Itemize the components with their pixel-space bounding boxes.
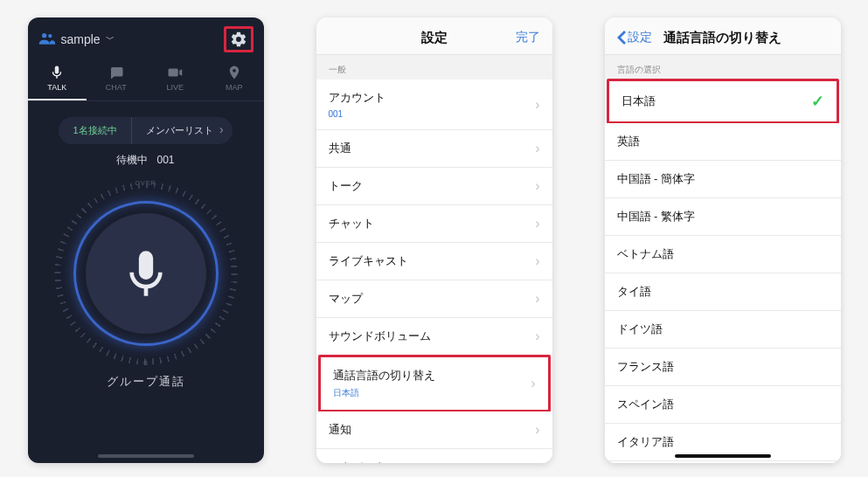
tab-label: TALK	[47, 83, 66, 92]
settings-row[interactable]: 通話言語の切り替え日本語›	[318, 355, 551, 412]
settings-list[interactable]: 一般アカウント001›共通›トーク›チャット›ライブキャスト›マップ›サウンドボ…	[316, 55, 552, 463]
language-row[interactable]: ポルトガル語	[605, 461, 841, 463]
mic-icon	[122, 249, 170, 298]
language-row[interactable]: 中国語 - 簡体字	[605, 161, 841, 198]
connected-count: 1名接続中	[59, 117, 130, 144]
row-label: サウンドボリューム	[329, 328, 431, 344]
language-row[interactable]: 英語	[605, 123, 841, 161]
section-header-language: 言語の選択	[605, 55, 841, 80]
header: sample ﹀	[28, 17, 264, 59]
language-label: スペイン語	[617, 397, 674, 412]
status-id: 001	[156, 154, 174, 166]
language-label: ベトナム語	[617, 246, 674, 262]
language-label: タイ語	[617, 284, 651, 300]
settings-row[interactable]: トーク›	[316, 168, 552, 205]
chevron-right-icon: ›	[535, 97, 539, 113]
gear-icon[interactable]	[230, 31, 247, 48]
nav-bar: 設定 通話言語の切り替え	[605, 17, 841, 55]
settings-row[interactable]: 共通›	[316, 130, 552, 168]
chevron-right-icon: ›	[535, 253, 539, 269]
ptt-button[interactable]	[86, 213, 206, 334]
settings-row[interactable]: メタデータ›	[316, 449, 552, 463]
settings-row[interactable]: 通知›	[316, 411, 552, 449]
tab-talk[interactable]: TALK	[28, 59, 87, 100]
chevron-right-icon: ›	[535, 216, 539, 232]
screen-settings: 設定 完了 一般アカウント001›共通›トーク›チャット›ライブキャスト›マップ…	[316, 17, 552, 463]
row-label: トーク	[329, 178, 363, 194]
ptt-dial: OVER 0	[54, 182, 238, 365]
row-sublabel: 001	[329, 109, 385, 119]
chevron-right-icon: ›	[535, 291, 539, 307]
language-row[interactable]: ベトナム語	[605, 236, 841, 273]
chevron-right-icon: ›	[535, 141, 539, 156]
row-label: ライブキャスト	[329, 253, 408, 269]
settings-row[interactable]: チャット›	[316, 205, 552, 243]
nav-bar: 設定 完了	[316, 17, 552, 55]
language-label: イタリア語	[617, 434, 674, 450]
row-label: チャット	[329, 216, 374, 232]
tab-bar: TALK CHAT LIVE MAP	[28, 59, 264, 101]
settings-row[interactable]: ライブキャスト›	[316, 243, 552, 280]
back-label: 設定	[628, 30, 652, 45]
group-call-label: グループ通話	[28, 374, 264, 390]
tab-chat[interactable]: CHAT	[87, 59, 146, 100]
language-row[interactable]: 日本語✓	[607, 79, 839, 124]
done-button[interactable]: 完了	[516, 30, 540, 45]
mic-icon	[47, 65, 66, 80]
chat-icon	[107, 65, 126, 80]
tab-live[interactable]: LIVE	[146, 59, 205, 100]
section-header-general: 一般	[316, 55, 552, 80]
language-label: ドイツ語	[617, 321, 663, 337]
tab-label: MAP	[226, 83, 243, 92]
status-label: 待機中	[116, 154, 148, 166]
user-dropdown[interactable]: sample ﹀	[38, 32, 115, 47]
language-label: 英語	[617, 134, 640, 149]
svg-point-0	[42, 33, 46, 38]
chevron-right-icon: ›	[535, 328, 539, 344]
screen-language: 設定 通話言語の切り替え 言語の選択日本語✓英語中国語 - 簡体字中国語 - 繁…	[605, 17, 841, 463]
settings-row[interactable]: アカウント001›	[316, 80, 552, 130]
language-row[interactable]: スペイン語	[605, 386, 841, 424]
member-list-button[interactable]: メンバーリスト	[131, 117, 233, 144]
row-label: 通話言語の切り替え	[333, 368, 435, 384]
language-row[interactable]: 中国語 - 繁体字	[605, 198, 841, 236]
chevron-right-icon: ›	[531, 376, 535, 391]
language-label: 中国語 - 簡体字	[617, 171, 696, 187]
chevron-down-icon: ﹀	[106, 33, 115, 45]
language-row[interactable]: フランス語	[605, 349, 841, 386]
chevron-right-icon: ›	[535, 178, 539, 194]
row-label: 通知	[329, 422, 351, 438]
pin-icon	[225, 65, 244, 80]
row-label: アカウント	[329, 90, 385, 106]
language-label: 中国語 - 繁体字	[617, 209, 696, 225]
svg-point-1	[48, 33, 52, 37]
tab-label: LIVE	[166, 83, 184, 92]
chevron-right-icon: ›	[535, 460, 539, 463]
language-label: 日本語	[621, 93, 656, 109]
status-pill: 1名接続中 メンバーリスト	[28, 117, 264, 144]
video-icon	[165, 65, 184, 80]
tab-map[interactable]: MAP	[205, 59, 264, 100]
people-icon	[38, 32, 56, 47]
status-line: 待機中001	[28, 153, 264, 168]
settings-button-highlight	[224, 26, 253, 52]
dial-zero-label: 0	[143, 359, 147, 367]
home-indicator	[98, 454, 194, 458]
username-label: sample	[61, 32, 101, 46]
language-list[interactable]: 言語の選択日本語✓英語中国語 - 簡体字中国語 - 繁体字ベトナム語タイ語ドイツ…	[605, 55, 841, 463]
row-sublabel: 日本語	[333, 387, 435, 399]
row-label: メタデータ	[329, 460, 385, 463]
language-label: フランス語	[617, 359, 674, 375]
language-row[interactable]: タイ語	[605, 273, 841, 311]
row-label: 共通	[329, 141, 351, 156]
language-row[interactable]: ドイツ語	[605, 311, 841, 349]
tab-label: CHAT	[106, 83, 127, 92]
settings-row[interactable]: マップ›	[316, 280, 552, 318]
chevron-right-icon: ›	[535, 422, 539, 438]
home-indicator	[675, 454, 771, 458]
back-button[interactable]: 設定	[617, 30, 652, 45]
chevron-left-icon	[617, 31, 626, 45]
row-label: マップ	[329, 291, 363, 307]
settings-row[interactable]: サウンドボリューム›	[316, 318, 552, 356]
check-icon: ✓	[811, 92, 824, 111]
